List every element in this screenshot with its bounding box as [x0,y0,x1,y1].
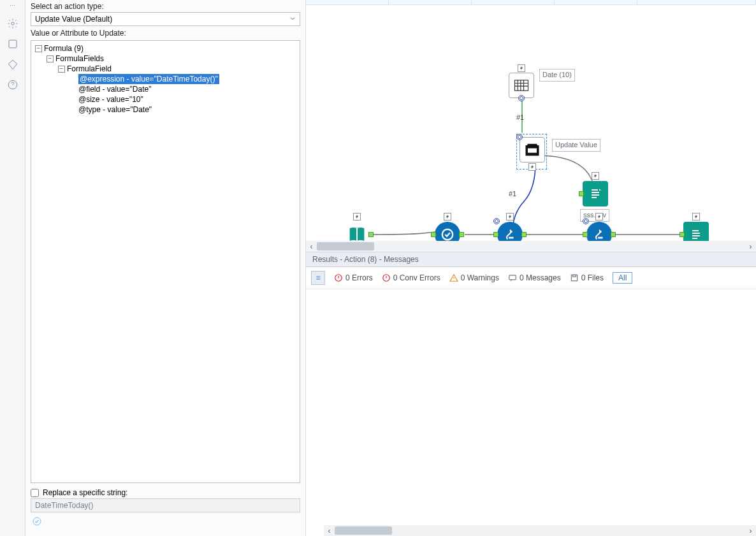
canvas-hscroll[interactable]: ‹ › [306,241,756,252]
error-icon [382,273,391,282]
input-anchor[interactable] [583,232,588,237]
svg-point-3 [33,518,41,525]
lightning-icon [518,64,525,72]
input-anchor[interactable] [680,232,685,237]
tree-row[interactable]: @type - value="Date" [34,105,297,115]
tree-row[interactable]: −FormulaField [34,64,297,74]
replace-checkbox[interactable] [31,489,39,497]
text-input-tool[interactable] [509,73,534,98]
tree-row[interactable]: −Formula (9) [34,43,297,54]
errors-filter[interactable]: 0 Errors [334,273,373,282]
svg-point-9 [510,231,512,233]
tag-icon[interactable] [7,59,18,70]
node-label: Date (10) [539,69,575,82]
panel-drag-dots: ⋯ [10,3,16,9]
lightning-icon [353,213,361,221]
svg-point-0 [11,22,14,25]
tree-collapse-icon[interactable]: − [58,66,65,73]
warning-icon [449,273,458,282]
warnings-filter[interactable]: 0 Warnings [449,273,499,282]
status-ok-icon [31,512,300,532]
save-icon [570,273,579,282]
tree-collapse-icon[interactable]: − [47,55,54,62]
svg-marker-6 [527,144,539,147]
value-attr-label: Value or Attribute to Update: [31,29,300,38]
output-anchor[interactable] [368,232,374,237]
output-anchor[interactable] [521,232,527,237]
messages-filter[interactable]: 0 Messages [508,273,561,282]
output-data-tool[interactable] [583,181,608,206]
message-icon [508,273,517,282]
svg-rect-18 [572,275,576,277]
help-icon[interactable] [7,79,18,91]
files-filter[interactable]: 0 Files [570,273,604,282]
input-anchor[interactable] [431,232,436,237]
action-type-label: Select an action type: [31,2,300,11]
magnifier-icon[interactable] [583,218,589,224]
svg-rect-17 [571,275,577,280]
input-anchor[interactable] [579,191,584,196]
action-tool[interactable] [520,137,545,163]
lightning-icon [692,213,700,221]
lightning-icon [506,213,514,221]
lightning-icon [528,163,536,171]
svg-rect-10 [509,237,513,239]
svg-rect-16 [509,275,516,280]
selection-box [516,134,547,170]
gear-icon[interactable] [7,18,18,29]
magnifier-icon[interactable] [493,218,500,224]
navigator-icon[interactable] [7,38,18,50]
lightning-icon [595,213,603,221]
results-layout-icon[interactable] [311,271,325,285]
svg-rect-13 [598,237,602,239]
results-body: ‹ › [306,289,756,536]
replace-input[interactable] [31,498,300,512]
all-filter[interactable]: All [613,272,632,284]
lightning-icon [592,172,599,180]
lightning-icon [444,213,451,221]
node-label: Update Value [552,139,600,152]
converrors-filter[interactable]: 0 Conv Errors [382,273,440,282]
svg-point-12 [599,231,602,233]
magnifier-icon[interactable] [518,95,525,101]
output-anchor[interactable] [611,232,616,237]
scroll-thumb[interactable] [335,526,392,535]
tree-row[interactable]: −FormulaFields [34,54,297,64]
tree-collapse-icon[interactable]: − [35,45,42,52]
scroll-left-icon[interactable]: ‹ [324,525,335,536]
workflow-canvas[interactable]: Date (10) #1 Update Value #1 [306,5,756,252]
magnifier-icon[interactable] [516,134,523,140]
scroll-left-icon[interactable]: ‹ [306,241,317,252]
tree-row-selected[interactable]: @expression - value="DateTimeToday()" [34,74,297,84]
scroll-right-icon[interactable]: › [745,241,756,252]
output-anchor[interactable] [459,232,464,237]
replace-label: Replace a specific string: [43,488,127,497]
connection-label: #1 [516,113,524,121]
tree-row[interactable]: @field - value="Date" [34,84,297,94]
tree-row[interactable]: @size - value="10" [34,94,297,105]
svg-rect-7 [528,148,537,153]
svg-rect-4 [515,80,528,91]
input-anchor[interactable] [493,232,498,237]
results-header: Results - Action (8) - Messages [306,252,756,267]
scroll-thumb[interactable] [317,242,374,250]
results-hscroll[interactable]: ‹ › [324,525,756,536]
action-type-select[interactable] [31,12,300,26]
connection-label: #1 [509,190,516,198]
svg-rect-1 [9,40,17,48]
tab-strip [306,0,756,5]
xml-tree[interactable]: −Formula (9) −FormulaFields −FormulaFiel… [31,40,300,483]
scroll-right-icon[interactable]: › [745,525,756,536]
error-icon [334,273,343,282]
